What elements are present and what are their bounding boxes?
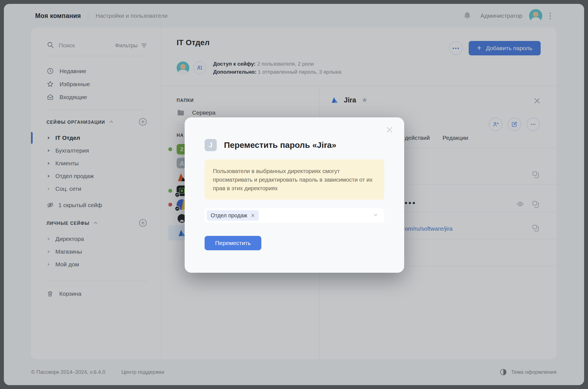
remove-tag-icon[interactable]: ✕ — [251, 212, 255, 219]
chevron-down-icon[interactable] — [373, 212, 379, 219]
selected-directory-tag: Отдел продаж ✕ — [207, 210, 259, 221]
modal-header: J Переместить пароль «Jira» — [205, 139, 336, 151]
tag-label: Отдел продаж — [211, 212, 247, 219]
move-submit-button[interactable]: Переместить — [205, 236, 261, 250]
close-icon[interactable] — [385, 126, 394, 135]
password-letter-badge: J — [205, 139, 217, 151]
notice-box: Пользователи в выбранных директориях смо… — [205, 159, 384, 200]
modal-title: Переместить пароль «Jira» — [224, 140, 336, 150]
move-password-modal: J Переместить пароль «Jira» Пользователи… — [185, 117, 404, 273]
directory-select[interactable]: Отдел продаж ✕ — [205, 208, 384, 223]
